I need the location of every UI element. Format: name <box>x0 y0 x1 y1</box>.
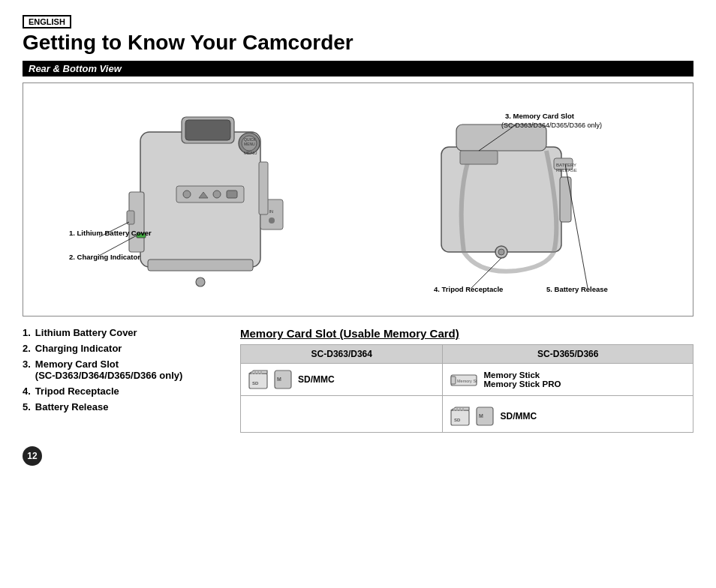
svg-rect-44 <box>251 371 253 374</box>
list-item-3: 3. Memory Card Slot(SC-D363/D364/D365/D3… <box>23 358 218 381</box>
memory-stick-icon: Memory Stick <box>450 373 477 386</box>
svg-rect-59 <box>462 408 464 411</box>
svg-rect-17 <box>127 211 134 224</box>
svg-text:MENU: MENU <box>244 151 257 155</box>
svg-text:SD: SD <box>454 418 461 422</box>
svg-text:3. Memory Card Slot: 3. Memory Card Slot <box>505 112 575 120</box>
svg-text:5. Battery Release: 5. Battery Release <box>546 285 608 293</box>
svg-rect-47 <box>260 371 262 374</box>
svg-text:1. Lithium Battery Cover: 1. Lithium Battery Cover <box>69 229 152 237</box>
svg-point-15 <box>269 218 275 224</box>
col2-ms-row: Memory Stick Memory Stick Memory Stick P… <box>443 363 693 395</box>
col1-sd-label: SD/MMC <box>298 374 335 385</box>
numbered-list: 1. Lithium Battery Cover 2. Charging Ind… <box>23 327 218 417</box>
bottom-section: 1. Lithium Battery Cover 2. Charging Ind… <box>23 327 693 433</box>
mmc-card-icon: M <box>274 370 292 389</box>
sd-card-icons-2: SD M <box>450 406 494 426</box>
svg-rect-46 <box>257 371 259 374</box>
sd-card-icons: SD M <box>248 370 292 389</box>
svg-rect-26 <box>441 147 561 252</box>
page-number: 12 <box>23 446 42 466</box>
col2-sd-row2: SD M SD/MMC <box>443 395 693 432</box>
svg-text:2. Charging Indicator: 2. Charging Indicator <box>69 253 140 261</box>
memory-card-table: SC-D363/D364 SC-D365/D366 <box>240 344 693 433</box>
svg-rect-57 <box>456 408 458 411</box>
section-header: Rear & Bottom View <box>23 61 693 76</box>
svg-rect-58 <box>459 408 461 411</box>
svg-text:M: M <box>277 376 281 382</box>
svg-text:(SC-D363/D364/D365/D366 only): (SC-D363/D364/D365/D366 only) <box>501 122 602 129</box>
sd-card-icon: SD <box>248 370 271 389</box>
memory-card-section: Memory Card Slot (Usable Memory Card) SC… <box>240 327 693 433</box>
col1-empty <box>241 395 443 432</box>
col2-mspro-label: Memory Stick PRO <box>483 380 561 388</box>
svg-text:BATTERY: BATTERY <box>556 163 576 167</box>
english-badge: ENGLISH <box>23 15 71 28</box>
page-title: Getting to Know Your Camcorder <box>23 32 693 55</box>
right-camcorder-diagram: BATTERY RELEASE 3. Memory Card Slot (SC-… <box>396 102 651 297</box>
svg-point-11 <box>213 190 221 198</box>
svg-line-40 <box>565 164 588 288</box>
memory-row-2: SD M SD/MMC <box>241 395 693 432</box>
svg-point-20 <box>196 278 205 286</box>
memory-section-title: Memory Card Slot (Usable Memory Card) <box>240 327 693 340</box>
svg-text:SD: SD <box>252 381 259 386</box>
svg-text:4. Tripod Receptacle: 4. Tripod Receptacle <box>434 285 503 293</box>
list-item-2: 2. Charging Indicator <box>23 343 218 354</box>
svg-rect-56 <box>453 408 455 411</box>
list-item-5: 5. Battery Release <box>23 401 218 412</box>
svg-rect-31 <box>460 151 498 164</box>
svg-point-33 <box>498 249 504 255</box>
svg-point-9 <box>183 190 191 198</box>
mmc-card-icon-2: M <box>476 406 494 426</box>
svg-rect-2 <box>185 120 230 140</box>
svg-rect-45 <box>254 371 256 374</box>
left-camcorder-diagram: QUICK MENU MENU DC IN <box>65 102 335 297</box>
svg-text:MENU: MENU <box>244 142 255 146</box>
col2-sd-label: SD/MMC <box>500 411 537 422</box>
col2-header: SC-D365/D366 <box>443 344 693 363</box>
svg-text:Memory Stick: Memory Stick <box>457 379 477 383</box>
col1-header: SC-D363/D364 <box>241 344 443 363</box>
list-item-1: 1. Lithium Battery Cover <box>23 327 218 338</box>
list-item-4: 4. Tripod Receptacle <box>23 386 218 397</box>
svg-rect-52 <box>451 376 456 384</box>
sd-card-icon-2: SD <box>450 406 473 426</box>
diagram-box: QUICK MENU MENU DC IN <box>23 82 693 316</box>
svg-rect-19 <box>148 260 253 271</box>
col1-sd-row: SD M SD/MMC <box>241 363 443 395</box>
svg-rect-34 <box>560 177 571 222</box>
memory-row-1: SD M SD/MMC <box>241 363 693 395</box>
feature-list: 1. Lithium Battery Cover 2. Charging Ind… <box>23 327 218 412</box>
col2-ms-label: Memory Stick <box>483 370 561 380</box>
svg-text:M: M <box>479 413 483 418</box>
svg-rect-12 <box>227 190 237 198</box>
svg-rect-21 <box>259 162 268 214</box>
